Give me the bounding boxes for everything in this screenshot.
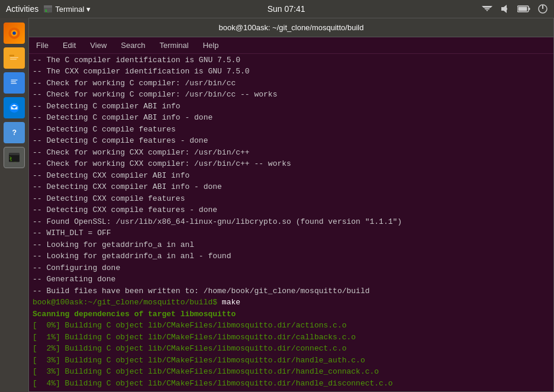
- svg-rect-16: [11, 80, 18, 81]
- power-icon: [537, 4, 548, 14]
- terminal-line: [ 3%] Building C object lib/CMakeFiles/l…: [33, 355, 550, 367]
- terminal-line: Scanning dependencies of target libmosqu…: [33, 309, 550, 320]
- terminal-line: [ 0%] Building C object lib/CMakeFiles/l…: [33, 320, 550, 332]
- sidebar-icon-firefox[interactable]: [4, 23, 25, 44]
- terminal-line: [ 3%] Building C object lib/CMakeFiles/l…: [33, 366, 550, 378]
- terminal-line: -- Found OpenSSL: /usr/lib/x86_64-linux-…: [33, 216, 550, 228]
- sidebar-icon-terminal[interactable]: $ _: [4, 147, 25, 168]
- svg-rect-18: [11, 83, 17, 83]
- network-icon: [482, 4, 492, 14]
- terminal-line: -- Detecting C compile features - done: [33, 135, 550, 147]
- terminal-line: -- Check for working C compiler: /usr/bi…: [33, 89, 550, 101]
- svg-rect-14: [10, 59, 17, 59]
- menu-file[interactable]: File: [33, 40, 52, 51]
- terminal-line: [ 1%] Building C object lib/CMakeFiles/l…: [33, 332, 550, 343]
- svg-text:$_: $_: [45, 8, 50, 13]
- terminal-window: book@100ask: ~/git_clone/mosquitto/build…: [28, 18, 554, 392]
- system-bar: Activities $_ Terminal ▾ Sun 07:41: [0, 0, 554, 18]
- menu-edit[interactable]: Edit: [59, 40, 79, 51]
- terminal-line: -- Configuring done: [33, 262, 550, 274]
- menu-terminal[interactable]: Terminal: [156, 40, 192, 51]
- terminal-line: -- Looking for getaddrinfo_a in anl - fo…: [33, 250, 550, 262]
- terminal-line: -- Detecting C compiler ABI info: [33, 101, 550, 113]
- terminal-line: -- Build files have been written to: /ho…: [33, 285, 550, 297]
- volume-icon: [500, 4, 510, 14]
- svg-rect-4: [518, 7, 527, 11]
- activities-label[interactable]: Activities: [6, 4, 38, 14]
- terminal-line: -- Detecting CXX compile features - done: [33, 204, 550, 216]
- svg-point-19: [9, 103, 20, 113]
- terminal-line: -- Detecting C compiler ABI info - done: [33, 112, 550, 124]
- terminal-line: [ 2%] Building C object lib/CMakeFiles/l…: [33, 343, 550, 355]
- terminal-line: -- The CXX compiler identification is GN…: [33, 66, 550, 78]
- clock: Sun 07:41: [268, 4, 305, 14]
- system-tray: [482, 4, 548, 14]
- terminal-line: book@100ask:~/git_clone/mosquitto/build$…: [33, 297, 550, 309]
- terminal-line: -- Check for working CXX compiler: /usr/…: [33, 158, 550, 170]
- title-bar: book@100ask: ~/git_clone/mosquitto/build: [29, 18, 553, 37]
- terminal-line: -- The C compiler identification is GNU …: [33, 54, 550, 66]
- terminal-line: [ 4%] Building C object lib/CMakeFiles/l…: [33, 378, 550, 390]
- svg-text:$ _: $ _: [9, 158, 16, 162]
- terminal-content[interactable]: book@100ask:~/git_clone/mosquitto$ mkdir…: [29, 54, 553, 391]
- terminal-line: -- Looking for getaddrinfo_a in anl: [33, 239, 550, 251]
- terminal-label: Terminal: [55, 5, 84, 14]
- terminal-dropdown-arrow: ▾: [86, 5, 91, 14]
- menu-view[interactable]: View: [86, 40, 110, 51]
- svg-rect-13: [10, 57, 18, 58]
- sidebar-icon-help[interactable]: ?: [4, 122, 25, 143]
- menu-help[interactable]: Help: [199, 40, 223, 51]
- terminal-menu-button[interactable]: $_ Terminal ▾: [43, 4, 91, 14]
- svg-rect-1: [44, 5, 52, 8]
- terminal-line: -- Check for working CXX compiler: /usr/…: [33, 147, 550, 159]
- svg-text:?: ?: [12, 128, 17, 137]
- terminal-line: -- Detecting CXX compiler ABI info: [33, 170, 550, 182]
- battery-icon: [517, 5, 530, 13]
- svg-point-10: [12, 31, 16, 35]
- terminal-line: -- Detecting CXX compiler ABI info - don…: [33, 181, 550, 193]
- sidebar-icon-thunderbird[interactable]: [4, 97, 25, 118]
- terminal-line: -- Detecting CXX compile features: [33, 193, 550, 205]
- sidebar-icon-files[interactable]: [4, 47, 25, 69]
- svg-rect-5: [529, 8, 530, 10]
- terminal-line: -- WITH_DLT = OFF: [33, 227, 550, 239]
- title-bar-text: book@100ask: ~/git_clone/mosquitto/build: [219, 23, 364, 32]
- terminal-icon: $_: [43, 4, 53, 14]
- terminal-line: -- Check for working C compiler: /usr/bi…: [33, 78, 550, 89]
- svg-rect-17: [11, 81, 16, 82]
- terminal-line: -- Detecting C compile features: [33, 124, 550, 136]
- menu-bar: File Edit View Search Terminal Help: [29, 37, 553, 54]
- terminal-line: -- Generating done: [33, 274, 550, 285]
- svg-rect-23: [9, 153, 20, 155]
- sidebar-icon-gedit[interactable]: [4, 72, 25, 94]
- menu-search[interactable]: Search: [117, 40, 149, 51]
- sidebar: ? $ _: [0, 18, 28, 392]
- svg-rect-12: [9, 55, 14, 57]
